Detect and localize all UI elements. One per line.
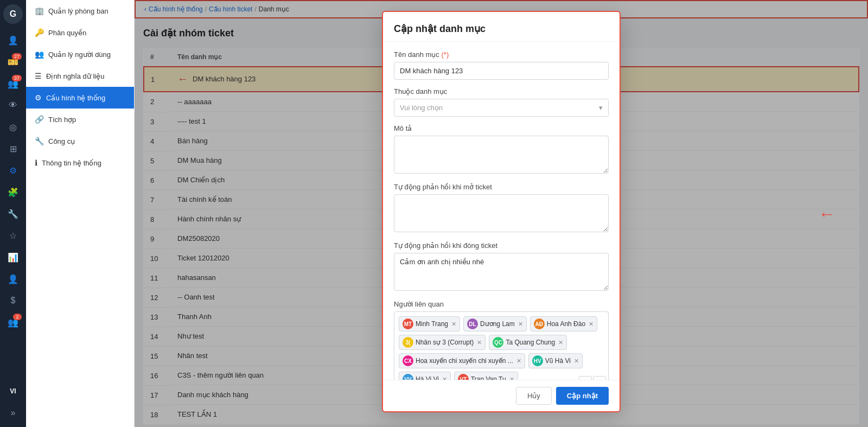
submit-button[interactable]: Cập nhật: [556, 387, 609, 405]
form-group-phan-hoi-mo: Tự động phản hồi khi mở ticket: [394, 183, 609, 234]
person-chip[interactable]: MT Minh Trang ✕: [399, 316, 460, 332]
chip-remove[interactable]: ✕: [589, 321, 593, 328]
modal-overlay: Cập nhật danh mục Tên danh mục (*) Thuộc…: [135, 0, 868, 427]
chip-remove[interactable]: ✕: [451, 321, 456, 328]
nguoi-dung-icon: 👥: [35, 50, 44, 59]
sidebar-item-phong-ban-label: Quản lý phòng ban: [48, 7, 108, 15]
sidebar-icon-users[interactable]: 👥 37: [3, 74, 23, 93]
sidebar-item-cong-cu[interactable]: 🔧 Công cụ: [26, 130, 134, 152]
sidebar-icon-star[interactable]: ☆: [3, 226, 23, 245]
sidebar-icon-chart[interactable]: 📊: [3, 247, 23, 267]
cancel-button[interactable]: Hủy: [516, 387, 552, 405]
sidebar-item-tich-hop-label: Tích hợp: [48, 116, 76, 124]
select-placeholder: Vui lòng chọn: [400, 104, 443, 112]
user-language-indicator[interactable]: VI: [3, 381, 23, 401]
avatar: HV: [532, 355, 543, 366]
chip-name: Tran Van Tu: [471, 375, 506, 380]
person-chip[interactable]: VV Hà Vi Vi ✕: [399, 372, 451, 380]
ticket-badge: 27: [12, 53, 22, 60]
avatar: DL: [467, 318, 478, 329]
sidebar-icon-chevron-down[interactable]: »: [3, 403, 23, 423]
sidebar-icon-gear[interactable]: ⚙: [3, 161, 23, 180]
textarea-phan-hoi-dong[interactable]: [394, 253, 609, 291]
person-chip[interactable]: AĐ Hoa Anh Đào ✕: [530, 316, 597, 332]
sidebar-icon-eye[interactable]: 👁: [3, 95, 23, 115]
chips-container[interactable]: MT Minh Trang ✕ DL Dương Lam ✕ AĐ Hoa An…: [394, 311, 609, 380]
chip-remove[interactable]: ✕: [442, 376, 447, 380]
chip-remove[interactable]: ✕: [558, 339, 563, 346]
chip-name: Ta Quang Chung: [506, 339, 555, 346]
sidebar-icon-dollar[interactable]: $: [3, 291, 23, 310]
label-thuoc: Thuộc danh mục: [394, 87, 609, 95]
sidebar-item-tich-hop[interactable]: 🔗 Tích hợp: [26, 109, 134, 130]
form-group-mo-ta: Mô tả: [394, 124, 609, 175]
nav-sidebar: 🏢 Quản lý phòng ban 🔑 Phân quyền 👥 Quản …: [26, 0, 135, 427]
person-chip[interactable]: HV Vũ Hà Vi ✕: [528, 353, 583, 368]
phong-ban-icon: 🏢: [35, 7, 44, 15]
chip-name: Vũ Hà Vi: [545, 357, 571, 365]
chip-name: Hoa xuyến chi xuyến chi xuyến ...: [416, 357, 513, 365]
tich-hop-icon: 🔗: [35, 115, 44, 124]
thong-tin-icon: ℹ: [35, 158, 37, 167]
red-arrow-right: ←: [818, 203, 835, 224]
chips-chevron-down-button[interactable]: ▾: [593, 376, 606, 380]
cong-cu-icon: 🔧: [35, 137, 44, 145]
sidebar-item-phong-ban[interactable]: 🏢 Quản lý phòng ban: [26, 0, 134, 22]
required-star: (*): [442, 50, 449, 59]
chip-remove[interactable]: ✕: [574, 358, 579, 365]
cau-hinh-icon: ⚙: [35, 93, 42, 102]
sidebar-item-phan-quyen[interactable]: 🔑 Phân quyền: [26, 22, 134, 43]
avatar: AĐ: [534, 318, 545, 329]
label-mo-ta: Mô tả: [394, 124, 609, 132]
modal-footer: Hủy Cập nhật: [383, 380, 620, 411]
avatar: QC: [493, 337, 503, 348]
avatar: CX: [403, 355, 413, 366]
sidebar-icon-puzzle[interactable]: 🧩: [3, 182, 23, 202]
person-chip[interactable]: QC Ta Quang Chung ✕: [489, 335, 567, 350]
sidebar-item-thong-tin[interactable]: ℹ Thông tin hệ thống: [26, 152, 134, 174]
sidebar-icon-circle[interactable]: ◎: [3, 117, 23, 137]
modal-body: Tên danh mục (*) Thuộc danh mục Vui lòng…: [383, 42, 620, 380]
sidebar-icon-ticket[interactable]: 🎫 27: [3, 52, 23, 72]
main-content: ‹ Cấu hình hệ thống / Cấu hình ticket / …: [135, 0, 868, 427]
sidebar-item-dinh-nghia-label: Định nghĩa dữ liệu: [46, 72, 104, 80]
sidebar-icon-user[interactable]: 👤: [3, 30, 23, 50]
label-ten: Tên danh mục (*): [394, 50, 609, 59]
sidebar-item-dinh-nghia[interactable]: ☰ Định nghĩa dữ liệu: [26, 65, 134, 87]
sidebar-item-nguoi-dung-label: Quản lý người dùng: [48, 50, 111, 59]
chip-name: Minh Trang: [416, 320, 448, 328]
form-group-nguoi-lien-quan: Người liên quan MT Minh Trang ✕ DL Dương…: [394, 300, 609, 380]
sidebar-item-nguoi-dung[interactable]: 👥 Quản lý người dùng: [26, 43, 134, 65]
chips-clear-button[interactable]: ✕: [579, 376, 592, 380]
sidebar-icon-grid[interactable]: ⊞: [3, 139, 23, 158]
person-chip[interactable]: VT Tran Van Tu ✕: [454, 372, 518, 380]
chip-remove[interactable]: ✕: [477, 339, 482, 346]
users-badge: 37: [12, 75, 22, 81]
sidebar-icon-group[interactable]: 👥 2: [3, 313, 23, 332]
group-badge: 2: [13, 314, 22, 320]
textarea-phan-hoi-mo[interactable]: [394, 194, 609, 232]
dinh-nghia-icon: ☰: [35, 72, 42, 80]
input-ten-danh-muc[interactable]: [394, 62, 609, 80]
textarea-mo-ta[interactable]: [394, 136, 609, 174]
chevron-down-icon: ▾: [599, 104, 603, 112]
chip-remove[interactable]: ✕: [518, 321, 523, 328]
chip-name: Nhân sự 3 (Corrupt): [416, 339, 474, 346]
person-chip[interactable]: CX Hoa xuyến chi xuyến chi xuyến ... ✕: [399, 353, 525, 368]
modal-cap-nhat: Cập nhật danh mục Tên danh mục (*) Thuộc…: [382, 11, 621, 412]
chip-remove[interactable]: ✕: [516, 358, 521, 365]
app-logo[interactable]: G: [3, 4, 23, 24]
label-phan-hoi-dong: Tự động phản hồi khi đóng ticket: [394, 241, 609, 250]
sidebar-item-phan-quyen-label: Phân quyền: [48, 29, 86, 37]
sidebar-icon-person[interactable]: 👤: [3, 269, 23, 289]
person-chip[interactable]: DL Dương Lam ✕: [463, 316, 527, 332]
sidebar-item-cau-hinh-label: Cấu hình hệ thống: [46, 94, 105, 102]
sidebar-icon-wrench[interactable]: 🔧: [3, 204, 23, 224]
chip-name: Hà Vi Vi: [416, 375, 439, 380]
person-chip[interactable]: 3( Nhân sự 3 (Corrupt) ✕: [399, 335, 486, 350]
select-thuoc-danh-muc[interactable]: Vui lòng chọn ▾: [394, 99, 609, 117]
avatar: MT: [403, 318, 413, 329]
chip-remove[interactable]: ✕: [509, 376, 514, 380]
avatar: VV: [403, 374, 413, 380]
sidebar-item-cau-hinh[interactable]: ⚙ Cấu hình hệ thống: [26, 87, 134, 109]
